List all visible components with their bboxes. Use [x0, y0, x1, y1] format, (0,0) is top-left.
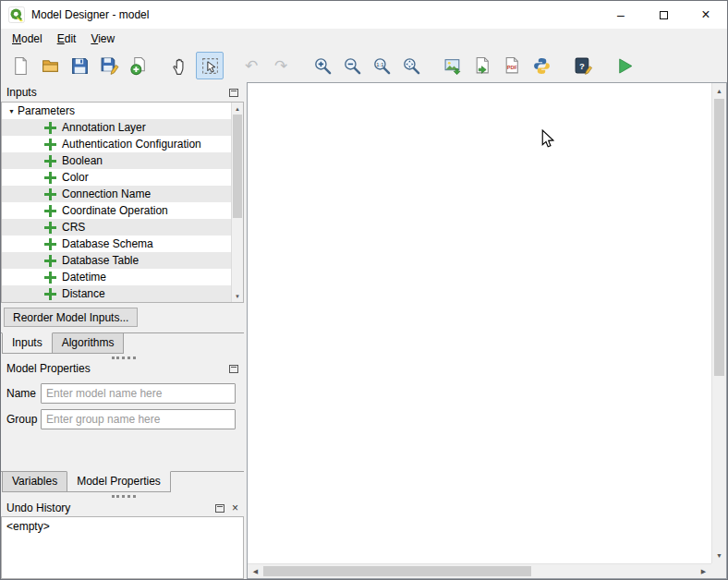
inputs-panel-title: Inputs [6, 86, 223, 99]
model-name-input[interactable] [41, 383, 236, 404]
model-properties-panel-header: Model Properties [1, 360, 244, 377]
scroll-down-icon[interactable]: ▼ [712, 549, 726, 562]
undo-history-panel-title: Undo History [6, 501, 209, 514]
float-panel-icon[interactable] [215, 504, 224, 513]
save-model-as-button[interactable] [95, 52, 123, 79]
tree-item-label: Database Table [62, 254, 139, 267]
inputs-dock-tabbar: Inputs Algorithms [1, 332, 244, 354]
undo-button[interactable]: ↶ [237, 52, 265, 79]
scroll-right-icon[interactable]: ▶ [697, 564, 710, 578]
export-as-python-button[interactable] [528, 52, 555, 79]
properties-dock-tabbar: Variables Model Properties [1, 471, 244, 492]
dock-splitter-handle[interactable] [112, 356, 136, 359]
tree-item-database-table[interactable]: Database Table [2, 252, 231, 269]
tree-item-datetime[interactable]: Datetime [2, 269, 231, 285]
new-model-button[interactable] [6, 52, 34, 79]
tree-item-distance[interactable]: Distance [2, 285, 231, 302]
close-panel-icon[interactable]: × [232, 502, 238, 514]
zoom-out-icon [343, 56, 362, 76]
zoom-full-icon [402, 56, 421, 76]
expander-icon[interactable]: ▼ [6, 108, 18, 115]
window-controls: – × [600, 1, 727, 29]
zoom-actual-button[interactable]: 1:1 [368, 52, 395, 79]
float-panel-icon[interactable] [229, 89, 238, 97]
close-button[interactable]: × [685, 1, 727, 29]
float-panel-icon[interactable] [229, 365, 238, 373]
edit-model-help-button[interactable]: ? [569, 52, 597, 79]
inputs-tree-scrollbar[interactable]: ▲ ▼ [231, 103, 243, 302]
add-parameter-icon [44, 155, 56, 167]
window-body: Inputs ▼ Parameters Annotation Layer A [1, 82, 727, 579]
add-parameter-icon [44, 122, 56, 134]
tree-item-label: Authentication Configuration [62, 138, 201, 151]
tree-item-authentication-configuration[interactable]: Authentication Configuration [2, 136, 231, 152]
export-as-image-button[interactable] [439, 52, 467, 79]
scrollbar-thumb[interactable] [263, 566, 531, 576]
tree-item-color[interactable]: Color [2, 169, 231, 186]
close-icon: × [701, 6, 710, 23]
left-dock-area: Inputs ▼ Parameters Annotation Layer A [1, 82, 247, 579]
tree-item-crs[interactable]: CRS [2, 219, 231, 236]
save-icon [70, 56, 90, 76]
tree-item-boolean[interactable]: Boolean [2, 152, 231, 169]
tab-model-properties[interactable]: Model Properties [67, 471, 171, 492]
tab-inputs[interactable]: Inputs [2, 332, 53, 354]
tab-variables[interactable]: Variables [2, 472, 67, 492]
pan-tool-button[interactable] [166, 52, 194, 79]
scrollbar-thumb[interactable] [714, 99, 724, 376]
redo-icon: ↷ [274, 58, 287, 74]
redo-button[interactable]: ↷ [267, 52, 295, 79]
dock-splitter-handle[interactable] [112, 495, 136, 498]
select-move-item-tool-button[interactable] [196, 52, 224, 79]
undo-icon: ↶ [245, 58, 258, 74]
menu-model[interactable]: Model [5, 29, 50, 49]
titlebar: Model Designer - model – × [1, 1, 727, 29]
menu-view[interactable]: View [83, 29, 122, 49]
inputs-panel-header: Inputs [1, 84, 244, 101]
python-icon [532, 56, 552, 76]
scroll-up-icon[interactable]: ▲ [712, 84, 726, 98]
zoom-in-button[interactable] [309, 52, 336, 79]
minimize-button[interactable]: – [600, 1, 642, 29]
run-model-button[interactable] [611, 52, 638, 79]
export-image-icon [443, 56, 463, 76]
zoom-out-button[interactable] [338, 52, 366, 79]
model-group-input[interactable] [41, 409, 236, 429]
tree-item-annotation-layer[interactable]: Annotation Layer [2, 119, 231, 136]
add-parameter-icon [44, 205, 56, 217]
help-book-icon: ? [574, 56, 593, 76]
add-parameter-icon [44, 288, 56, 300]
scrollbar-thumb[interactable] [233, 115, 242, 218]
export-pdf-icon: PDF [503, 56, 522, 76]
tree-item-coordinate-operation[interactable]: Coordinate Operation [2, 202, 231, 219]
menu-edit[interactable]: Edit [50, 29, 84, 49]
open-folder-icon [41, 56, 60, 76]
svg-text:?: ? [579, 60, 585, 70]
tree-item-label: Datetime [62, 271, 106, 284]
tree-item-connection-name[interactable]: Connection Name [2, 186, 231, 202]
model-canvas[interactable]: ▲ ▼ ◀ ▶ [247, 82, 727, 579]
save-model-in-project-button[interactable] [125, 52, 152, 79]
export-as-svg-button[interactable] [468, 52, 496, 79]
tree-item-label: Boolean [62, 154, 103, 167]
add-parameter-icon [44, 172, 56, 184]
canvas-vertical-scrollbar[interactable]: ▲ ▼ [711, 83, 726, 563]
canvas-horizontal-scrollbar[interactable]: ◀ ▶ [248, 563, 711, 578]
zoom-full-button[interactable] [397, 52, 425, 79]
scroll-left-icon[interactable]: ◀ [249, 564, 262, 578]
svg-text:1:1: 1:1 [376, 61, 383, 66]
tree-item-parameters[interactable]: ▼ Parameters [2, 103, 231, 119]
undo-history-empty-text: <empty> [6, 520, 50, 533]
scroll-down-icon[interactable]: ▼ [232, 290, 243, 302]
open-model-button[interactable] [36, 52, 64, 79]
tree-item-database-schema[interactable]: Database Schema [2, 236, 231, 252]
tab-algorithms[interactable]: Algorithms [52, 333, 125, 354]
select-arrow-icon [200, 56, 220, 76]
undo-history-list: <empty> [1, 516, 244, 579]
save-model-button[interactable] [66, 52, 93, 79]
reorder-model-inputs-button[interactable]: Reorder Model Inputs... [4, 308, 138, 327]
scroll-up-icon[interactable]: ▲ [232, 103, 243, 115]
tree-item-label: Distance [62, 287, 105, 300]
export-as-pdf-button[interactable]: PDF [498, 52, 526, 79]
maximize-button[interactable] [642, 1, 685, 29]
